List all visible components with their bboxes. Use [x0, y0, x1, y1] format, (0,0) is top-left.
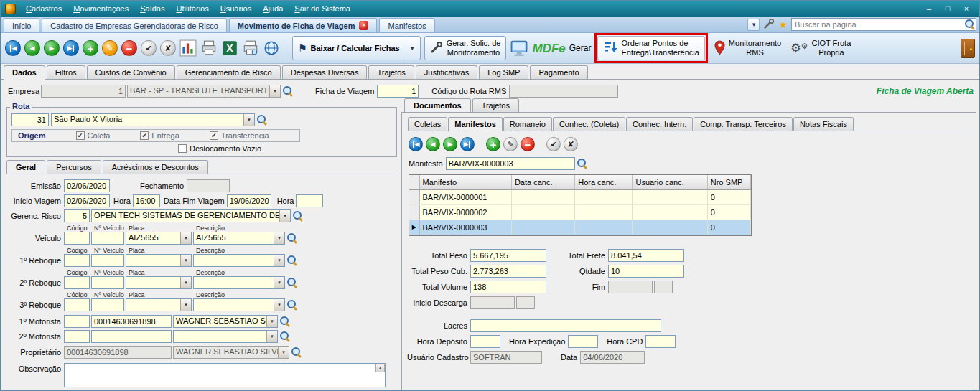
previous-manifesto-button[interactable]: ◀	[426, 137, 440, 151]
checkbox-entrega[interactable]: Entrega	[140, 131, 179, 140]
confirm-button[interactable]: ✔	[141, 40, 157, 56]
ficha-viagem-field[interactable]: 1	[377, 85, 419, 98]
delete-manifesto-button[interactable]: −	[521, 137, 535, 151]
veiculo-placa-combobox[interactable]: AIZ5655▼	[126, 232, 192, 245]
mdfe-icon[interactable]: MDFe	[532, 42, 565, 55]
printer-icon[interactable]	[200, 39, 218, 57]
reboque3-codigo-field[interactable]	[64, 298, 90, 311]
hora-deposito-field[interactable]	[470, 335, 500, 348]
col-hora-canc[interactable]: Hora canc.	[575, 175, 633, 189]
cancel-button[interactable]: ✘	[160, 40, 176, 56]
next-manifesto-button[interactable]: ▶	[443, 137, 457, 151]
tab-geral[interactable]: Geral	[6, 160, 45, 174]
checkbox-transferencia[interactable]: Transferência	[210, 131, 269, 140]
reboque2-search-icon[interactable]	[286, 277, 298, 288]
col-nro-smp[interactable]: Nro SMP	[707, 175, 750, 189]
reboque3-placa-combobox[interactable]: ▼	[126, 298, 192, 311]
reboque1-descricao-combobox[interactable]: ▼	[193, 254, 285, 267]
reboque2-descricao-combobox[interactable]: ▼	[193, 276, 285, 289]
last-record-button[interactable]: ▶	[63, 40, 79, 56]
chevron-down-icon[interactable]: ▾	[747, 19, 760, 31]
ordenar-pontos-entrega-button[interactable]: Ordenar Pontos de Entrega\Transferência	[597, 36, 704, 60]
fechamento-field[interactable]	[187, 179, 230, 192]
col-usuario-canc[interactable]: Usuario canc.	[633, 175, 707, 189]
tab-romaneio[interactable]: Romaneio	[503, 117, 552, 131]
menu-saidas[interactable]: Saídas	[134, 2, 170, 15]
tab-documentos[interactable]: Documentos	[404, 98, 471, 112]
print-preview-icon[interactable]	[242, 39, 259, 57]
manifesto-row[interactable]: BAR/VIX-0000001 0	[409, 189, 751, 204]
menu-cadastros[interactable]: Cadastros	[20, 2, 67, 15]
reboque3-nveiculo-field[interactable]	[91, 298, 124, 311]
checkbox-coleta[interactable]: Coleta	[76, 131, 111, 140]
col-manifesto[interactable]: Manifesto	[419, 175, 511, 189]
add-manifesto-button[interactable]: +	[486, 137, 500, 151]
delete-record-button[interactable]: −	[121, 40, 137, 56]
reboque3-descricao-combobox[interactable]: ▼	[193, 298, 285, 311]
codigo-rota-rms-field[interactable]	[509, 85, 618, 98]
data-fim-viagem-field[interactable]: 19/06/2020	[227, 194, 271, 207]
add-record-button[interactable]: +	[83, 40, 98, 56]
edit-manifesto-button[interactable]: ✎	[503, 137, 518, 151]
proprietario-nome-combobox[interactable]: WAGNER SEBASTIAO SILVERIO▼	[173, 346, 289, 359]
search-icon[interactable]	[964, 19, 976, 30]
chart-icon[interactable]	[179, 39, 197, 57]
inicio-descarga-hora-field[interactable]	[516, 296, 535, 309]
tab-manifestos-doc[interactable]: Manifestos	[448, 117, 502, 131]
empresa-code-field[interactable]: 1	[41, 85, 126, 98]
monitor-icon[interactable]	[510, 39, 528, 57]
tab-manifestos[interactable]: Manifestos	[379, 18, 434, 32]
tab-pagamento[interactable]: Pagamento	[530, 65, 587, 79]
baixar-calcular-fichas-button[interactable]: ⚑ Baixar / Calcular Fichas ▼	[292, 36, 421, 60]
reboque2-placa-combobox[interactable]: ▼	[126, 276, 192, 289]
manifesto-row[interactable]: BAR/VIX-0000002 0	[409, 204, 751, 220]
motorista2-codigo-field[interactable]	[64, 330, 90, 343]
veiculo-search-icon[interactable]	[286, 232, 298, 244]
tab-conhec-intern[interactable]: Conhec. Intern.	[626, 117, 693, 131]
scroll-up-icon[interactable]: ▲	[375, 364, 385, 372]
tab-filtros[interactable]: Filtros	[47, 65, 85, 79]
tab-comp-transp-terceiros[interactable]: Comp. Transp. Terceiros	[694, 117, 793, 131]
motorista1-search-icon[interactable]	[279, 316, 291, 327]
reboque1-nveiculo-field[interactable]	[91, 254, 124, 267]
checkbox-deslocamento-vazio[interactable]: Deslocamento Vazio	[178, 144, 261, 153]
star-icon[interactable]: ★	[778, 19, 788, 29]
tab-justificativas[interactable]: Justificativas	[416, 65, 477, 79]
ciot-frota-propria-button[interactable]: ⚙⚙ CIOT Frota Própria	[788, 39, 854, 57]
motorista2-documento-field[interactable]	[91, 330, 172, 343]
maximize-button[interactable]: □	[941, 3, 955, 14]
proprietario-search-icon[interactable]	[291, 347, 302, 358]
fim-data-field[interactable]	[608, 281, 653, 293]
col-data-canc[interactable]: Data canc.	[511, 175, 574, 189]
gerenc-risco-search-icon[interactable]	[292, 210, 304, 222]
manifesto-field[interactable]: BAR/VIX-0000003	[446, 157, 575, 170]
close-tab-icon[interactable]: ×	[359, 21, 368, 30]
gerenc-risco-combobox[interactable]: OPEN TECH SISTEMAS DE GERENCIAMENTO DE R…	[91, 209, 291, 222]
motorista1-documento-field[interactable]: 00014630691898	[91, 315, 172, 328]
first-record-button[interactable]: ◀	[5, 40, 21, 56]
reboque3-search-icon[interactable]	[286, 299, 298, 311]
veiculo-nveiculo-field[interactable]	[91, 232, 124, 245]
last-manifesto-button[interactable]: ▶	[460, 137, 475, 151]
manifesto-row-selected[interactable]: ▶ BAR/VIX-0000003 0	[409, 220, 751, 235]
tab-coletas[interactable]: Coletas	[408, 117, 447, 131]
tab-cadastro-empresas-gerenciadoras[interactable]: Cadastro de Empresas Gerenciadoras de Ri…	[42, 18, 227, 32]
observacao-field[interactable]: ▲	[64, 363, 386, 387]
next-record-button[interactable]: ▶	[44, 40, 60, 56]
excel-export-icon[interactable]: X	[221, 39, 238, 57]
search-input[interactable]	[792, 20, 963, 29]
empresa-search-icon[interactable]	[282, 85, 294, 97]
motorista2-search-icon[interactable]	[279, 331, 291, 342]
tab-percursos[interactable]: Percursos	[47, 160, 101, 174]
hora-cpd-field[interactable]	[645, 335, 676, 348]
tab-acrescimos-descontos[interactable]: Acréscimos e Descontos	[103, 160, 208, 174]
menu-ajuda[interactable]: Ajuda	[257, 2, 289, 15]
tab-dados[interactable]: Dados	[4, 65, 45, 80]
motorista1-nome-combobox[interactable]: WAGNER SEBASTIAO SILVI▼	[173, 315, 278, 328]
reboque1-codigo-field[interactable]	[64, 254, 90, 267]
motorista2-nome-combobox[interactable]: ▼	[173, 330, 278, 343]
hora-expedicao-field[interactable]	[568, 335, 598, 348]
gerar-mdfe-label[interactable]: Gerar	[569, 43, 592, 53]
proprietario-documento-field[interactable]: 00014630691898	[64, 346, 172, 359]
tab-conhec-coleta[interactable]: Conhec. (Coleta)	[553, 117, 625, 131]
